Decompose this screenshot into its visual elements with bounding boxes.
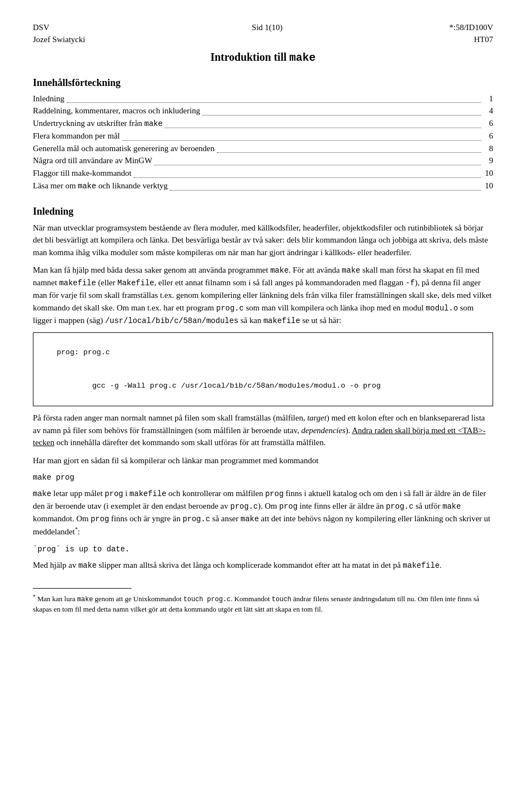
- prog-code3: prog: [279, 502, 298, 511]
- prog-code: prog: [105, 489, 123, 498]
- toc-dots: [67, 93, 482, 103]
- toc-page: 1: [483, 93, 493, 105]
- toc-item: Flaggor till make-kommandot 10: [33, 168, 493, 180]
- toc-page: 10: [483, 168, 493, 180]
- up-to-date-message: `prog´ is up to date.: [33, 544, 493, 555]
- toc-page: 8: [483, 143, 493, 155]
- toc-page: 4: [483, 105, 493, 117]
- makefile-code: makefile: [59, 279, 96, 287]
- toc-page: 6: [483, 130, 493, 142]
- toc-label: Raddelning, kommentarer, macros och inkl…: [33, 105, 200, 117]
- toc-item: Undertryckning av utskrifter från make 6: [33, 118, 493, 130]
- makefile-alt-code: Makefile: [117, 279, 154, 287]
- toc-dots: [165, 118, 481, 128]
- toc-dots: [202, 105, 481, 116]
- modul-o-code: modul.o: [426, 304, 458, 313]
- toc-code: make: [78, 182, 96, 191]
- inledning-para6: Med hjälp av make slipper man alltså skr…: [33, 559, 493, 572]
- toc-item: Inledning 1: [33, 93, 493, 105]
- footnote-make-code: make: [77, 596, 93, 604]
- page-number: Sid 1(10): [252, 22, 283, 34]
- target-italic: target: [307, 413, 327, 422]
- footnote-touch-code: touch prog.c: [184, 596, 231, 604]
- document-title: Introduktion till make: [33, 49, 493, 66]
- toc-label: Flaggor till make-kommandot: [33, 168, 132, 180]
- toc-page: 9: [483, 155, 493, 167]
- toc-dots: [134, 168, 481, 178]
- prog-code4: prog: [90, 515, 109, 523]
- inledning-para1: När man utvecklar programsystem beståend…: [33, 222, 493, 259]
- footnote-touch-code2: touch: [272, 596, 291, 604]
- dsv-label: DSV: [33, 22, 85, 34]
- footnote-separator: [33, 588, 132, 589]
- path-code: /usr/local/bib/c/58an/modules: [105, 316, 239, 325]
- title-text: Introduktion till: [210, 51, 289, 63]
- footnote: * Man kan lura make genom att ge Unixkom…: [33, 593, 493, 614]
- toc-dots: [170, 180, 481, 191]
- toc-heading: Innehållsförteckning: [33, 76, 493, 90]
- inledning-para3: På första raden anger man normalt namnet…: [33, 412, 493, 449]
- make-code-inline: make: [33, 489, 52, 498]
- toc-label: Inledning: [33, 93, 65, 105]
- section-heading-inledning: Inledning: [33, 204, 493, 218]
- prog-c-code2: prog.c: [230, 502, 258, 511]
- title-code: make: [289, 51, 316, 64]
- prog-code2: prog: [265, 489, 284, 498]
- prog-c-code4: prog.c: [182, 515, 210, 523]
- flag-f-code: -f: [405, 279, 415, 287]
- make-code2: make: [443, 502, 461, 511]
- page: DSV Jozef Swiatycki Sid 1(10) *:58/ID100…: [0, 0, 526, 812]
- toc-item: Raddelning, kommentarer, macros och inkl…: [33, 105, 493, 117]
- prog-c-code3: prog.c: [386, 502, 413, 511]
- make-code4: make: [78, 561, 97, 570]
- toc-label: Läsa mer om make och liknande verktyg: [33, 180, 168, 192]
- toc-label: Flera kommandon per mål: [33, 130, 120, 142]
- toc-page: 6: [483, 118, 493, 130]
- toc-code: make: [144, 119, 163, 128]
- makefile-code4: makefile: [403, 561, 439, 570]
- makefile-code2: makefile: [264, 316, 300, 325]
- page-header: DSV Jozef Swiatycki Sid 1(10) *:58/ID100…: [33, 22, 493, 46]
- toc-item: Läsa mer om make och liknande verktyg 10: [33, 180, 493, 192]
- make-prog-command: make prog: [33, 472, 493, 483]
- toc-label: Undertryckning av utskrifter från make: [33, 118, 163, 130]
- inledning-para5: make letar upp målet prog i makefile och…: [33, 487, 493, 538]
- toc-item: Generella mål och automatisk generering …: [33, 143, 493, 155]
- toc-dots: [217, 143, 481, 153]
- header-center: Sid 1(10): [252, 22, 283, 34]
- make-code3: make: [241, 515, 259, 523]
- toc-item: Flera kommandon per mål 6: [33, 130, 493, 142]
- inledning-para2: Man kan få hjälp med båda dessa saker ge…: [33, 264, 493, 327]
- header-left: DSV Jozef Swiatycki: [33, 22, 85, 46]
- toc-dots: [155, 155, 481, 165]
- dependencies-italic: dependencies: [301, 426, 346, 435]
- course-code: *:58/ID100V: [449, 22, 493, 34]
- makefile-code3: makefile: [129, 489, 166, 498]
- make-code: make: [270, 266, 289, 275]
- header-right: *:58/ID100V HT07: [449, 22, 493, 46]
- toc-item: Några ord till användare av MinGW 9: [33, 155, 493, 167]
- toc-page: 10: [483, 180, 493, 192]
- table-of-contents: Innehållsförteckning Inledning 1 Raddeln…: [33, 76, 493, 192]
- make-code: make: [342, 266, 361, 275]
- prog-c-code: prog.c: [216, 304, 244, 313]
- inledning-para4: Har man gjort en sådan fil så kompilerar…: [33, 454, 493, 467]
- toc-label: Generella mål och automatisk generering …: [33, 143, 215, 155]
- author-name: Jozef Swiatycki: [33, 34, 85, 46]
- code-block-makefile: prog: prog.c gcc -g -Wall prog.c /usr/lo…: [33, 332, 493, 407]
- toc-dots: [122, 130, 481, 141]
- toc-label: Några ord till användare av MinGW: [33, 155, 152, 167]
- term-code: HT07: [449, 34, 493, 46]
